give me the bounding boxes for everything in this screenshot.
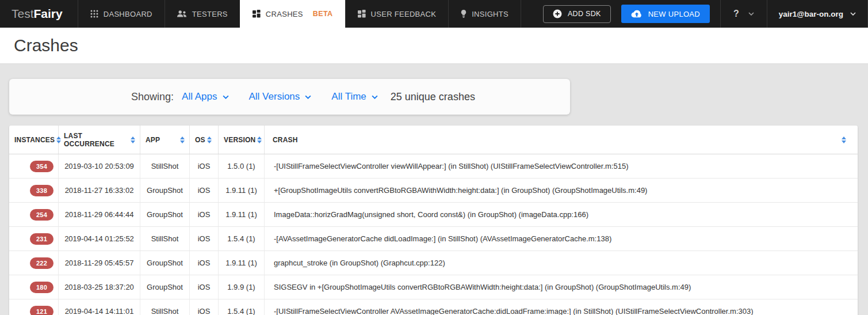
table-row[interactable]: 354 2019-03-10 20:53:09 StillShot iOS 1.… — [9, 154, 858, 179]
column-header-instances[interactable]: INSTANCES — [9, 126, 59, 154]
add-sdk-button[interactable]: ADD SDK — [543, 5, 611, 23]
instances-badge: 180 — [30, 282, 53, 293]
instances-cell: 222 — [9, 251, 59, 275]
sort-icon[interactable] — [257, 136, 262, 143]
os-cell: iOS — [190, 299, 219, 315]
instances-cell: 180 — [9, 275, 59, 299]
version-cell: 1.9.11 (1) — [219, 179, 265, 202]
time-filter-dropdown[interactable]: All Time — [331, 91, 377, 103]
navbar-right: ADD SDK NEW UPLOAD ? yair1@bar-on.org — [543, 0, 868, 28]
crash-cell: -[UIStillFrameSelectViewController AVAss… — [265, 299, 858, 315]
sort-icon[interactable] — [842, 136, 846, 143]
new-upload-button[interactable]: NEW UPLOAD — [621, 5, 710, 23]
version-cell: 1.5.4 (1) — [219, 227, 265, 251]
crashes-table: INSTANCES LAST OCCURRENCE APP OS VERSION… — [9, 126, 858, 315]
instances-cell: 121 — [9, 299, 59, 315]
time-filter-label: All Time — [331, 91, 366, 103]
app-cell: StillShot — [140, 154, 190, 178]
version-cell: 1.5.4 (1) — [219, 299, 265, 315]
crash-cell: +[GroupShotImageUtils convertRGBtoRGBAWi… — [265, 179, 858, 202]
instances-badge: 121 — [30, 306, 53, 315]
column-label: LAST OCCURRENCE — [64, 132, 129, 148]
table-row[interactable]: 231 2019-04-14 01:25:52 StillShot iOS 1.… — [9, 227, 858, 251]
unique-crashes-count: 25 unique crashes — [391, 91, 475, 103]
chevron-down-icon — [372, 95, 378, 99]
table-row[interactable]: 338 2018-11-27 16:33:02 GroupShot iOS 1.… — [9, 179, 858, 203]
last-occurrence-cell: 2018-11-27 16:33:02 — [59, 179, 140, 202]
app-cell: GroupShot — [140, 179, 190, 202]
chevron-down-icon — [850, 12, 856, 16]
column-header-crash[interactable]: CRASH — [265, 126, 858, 154]
table-row[interactable]: 121 2019-04-14 14:11:01 StillShot iOS 1.… — [9, 299, 858, 315]
nav-item-crashes[interactable]: CRASHES BETA — [240, 0, 345, 28]
os-cell: iOS — [190, 227, 219, 251]
os-cell: iOS — [190, 179, 219, 202]
apps-filter-label: All Apps — [182, 91, 217, 103]
column-label: APP — [146, 136, 160, 144]
instances-badge: 338 — [30, 185, 53, 196]
column-header-app[interactable]: APP — [140, 126, 190, 154]
os-cell: iOS — [190, 251, 219, 275]
os-cell: iOS — [190, 275, 219, 299]
nav-item-testers[interactable]: TESTERS — [165, 0, 240, 28]
column-label: VERSION — [224, 136, 255, 144]
app-cell: StillShot — [140, 299, 190, 315]
last-occurrence-cell: 2018-03-25 18:37:20 — [59, 275, 140, 299]
app-cell: GroupShot — [140, 251, 190, 275]
os-cell: iOS — [190, 154, 219, 178]
instances-cell: 338 — [9, 179, 59, 202]
version-cell: 1.9.11 (1) — [219, 203, 265, 226]
title-bar: Crashes — [0, 28, 868, 64]
logo-text-test: Test — [12, 7, 34, 21]
versions-filter-dropdown[interactable]: All Versions — [249, 91, 312, 103]
instances-cell: 354 — [9, 154, 59, 178]
sort-icon[interactable] — [180, 136, 185, 143]
nav-item-insights[interactable]: INSIGHTS — [448, 0, 521, 28]
table-row[interactable]: 180 2018-03-25 18:37:20 GroupShot iOS 1.… — [9, 275, 858, 299]
user-menu[interactable]: yair1@bar-on.org — [767, 0, 868, 28]
nav-item-label: INSIGHTS — [472, 10, 508, 18]
nav-item-label: TESTERS — [192, 10, 228, 18]
version-cell: 1.9.9 (1) — [219, 275, 265, 299]
bulb-icon — [461, 10, 466, 18]
page-title: Crashes — [14, 36, 78, 55]
nav-item-dashboard[interactable]: DASHBOARD — [78, 0, 165, 28]
column-label: CRASH — [273, 136, 298, 144]
sort-icon[interactable] — [207, 136, 212, 143]
table-header: INSTANCES LAST OCCURRENCE APP OS VERSION… — [9, 126, 858, 154]
version-cell: 1.5.0 (1) — [219, 154, 265, 178]
crash-cell: -[AVAssetImageGeneratorCache didLoadImag… — [265, 227, 858, 251]
chevron-down-icon — [305, 95, 311, 99]
chevron-down-icon — [748, 12, 754, 16]
cloud-upload-icon — [631, 10, 643, 18]
app-cell: StillShot — [140, 227, 190, 251]
table-row[interactable]: 222 2018-11-29 05:45:57 GroupShot iOS 1.… — [9, 251, 858, 275]
column-header-last-occurrence[interactable]: LAST OCCURRENCE — [59, 126, 140, 154]
last-occurrence-cell: 2019-04-14 14:11:01 — [59, 299, 140, 315]
apps-filter-dropdown[interactable]: All Apps — [182, 91, 228, 103]
testfairy-logo[interactable]: TestFairy — [0, 0, 78, 28]
table-body: 354 2019-03-10 20:53:09 StillShot iOS 1.… — [9, 154, 858, 315]
grid-icon — [90, 10, 98, 18]
nav-item-user-feedback[interactable]: USER FEEDBACK — [345, 0, 449, 28]
logo-text-fairy: Fairy — [34, 7, 63, 21]
crash-cell: -[UIStillFrameSelectViewController viewW… — [265, 154, 858, 178]
people-icon — [177, 10, 187, 17]
last-occurrence-cell: 2018-11-29 06:44:44 — [59, 203, 140, 226]
instances-cell: 254 — [9, 203, 59, 226]
last-occurrence-cell: 2019-04-14 01:25:52 — [59, 227, 140, 251]
add-sdk-label: ADD SDK — [568, 10, 601, 18]
table-row[interactable]: 254 2018-11-29 06:44:44 GroupShot iOS 1.… — [9, 203, 858, 227]
instances-badge: 231 — [30, 233, 53, 245]
nav-item-label: DASHBOARD — [104, 10, 152, 18]
column-header-os[interactable]: OS — [190, 126, 219, 154]
instances-badge: 254 — [30, 209, 53, 221]
versions-filter-label: All Versions — [249, 91, 300, 103]
blocks-icon — [358, 10, 366, 18]
sort-icon[interactable] — [131, 136, 135, 143]
help-menu[interactable]: ? — [720, 0, 767, 28]
last-occurrence-cell: 2018-11-29 05:45:57 — [59, 251, 140, 275]
column-header-version[interactable]: VERSION — [219, 126, 265, 154]
plus-circle-icon — [553, 9, 562, 18]
new-upload-label: NEW UPLOAD — [648, 10, 700, 18]
